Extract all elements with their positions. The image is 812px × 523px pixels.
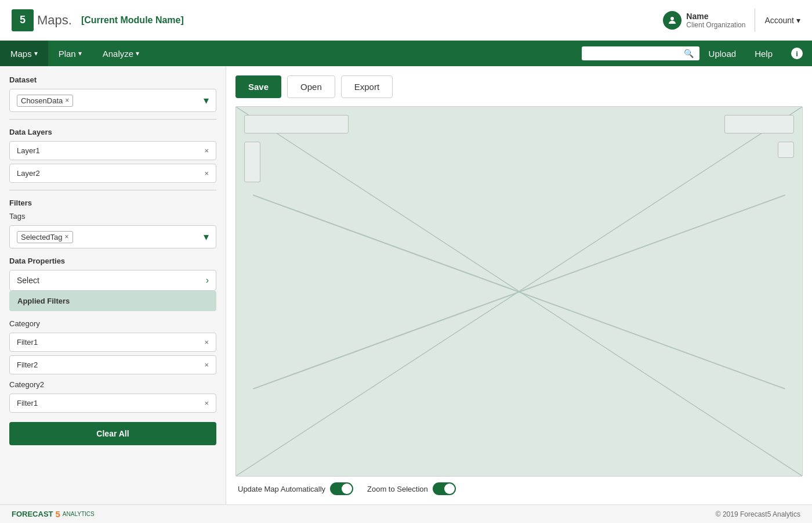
footer-logo: FORECAST 5 ANALYTICS [12,509,95,519]
data-properties-placeholder: Select [17,276,39,285]
cat1-filter2-name: Filter2 [17,360,38,369]
divider-2 [9,190,216,190]
user-name: Name [686,12,745,21]
map-toolbar: Save Open Export [235,75,803,98]
nav-plan-label: Plan [59,49,76,59]
nav-search-container: 🔍 [582,46,699,60]
layer-1-name: Layer1 [17,146,40,155]
save-button[interactable]: Save [235,75,281,98]
applied-filters-label: Applied Filters [17,297,70,305]
nav-items: Maps ▾ Plan ▾ Analyze ▾ [0,41,150,66]
upload-button[interactable]: Upload [699,41,746,66]
dataset-dropdown[interactable]: ChosenData × ▾ [9,89,216,112]
tags-label: Tags [9,212,216,221]
dataset-dropdown-icon: ▾ [204,94,209,107]
map-top-right-control[interactable] [724,115,794,134]
cat2-filter1-remove[interactable]: × [204,399,209,407]
footer-brand-f: FORECAST [12,510,53,518]
info-icon: i [791,48,803,59]
category2-label: Category2 [9,380,216,389]
help-label: Help [755,49,773,59]
export-button[interactable]: Export [341,75,393,98]
layer-item-1: Layer1 × [9,141,216,160]
selected-tag-remove[interactable]: × [65,233,69,241]
filters-label: Filters [9,199,216,207]
update-map-toggle-group: Update Map Automatically [238,482,353,495]
map-top-controls [244,115,794,134]
map-bottom-bar: Update Map Automatically Zoom to Selecti… [235,477,803,495]
user-details: Name Client Organization [686,12,745,29]
layer-2-remove[interactable]: × [204,169,209,178]
plan-dropdown-icon: ▾ [78,49,82,57]
module-name: [Current Module Name] [81,15,184,26]
clear-all-button[interactable]: Clear All [9,422,216,445]
sidebar: Dataset ChosenData × ▾ Data Layers Layer… [0,66,226,504]
cat1-filter1-remove[interactable]: × [204,338,209,347]
main-layout: Dataset ChosenData × ▾ Data Layers Layer… [0,66,812,504]
analyze-dropdown-icon: ▾ [136,49,139,57]
data-properties-select[interactable]: Select › [9,270,216,291]
help-button[interactable]: Help [745,41,782,66]
footer-copyright: © 2019 Forecast5 Analytics [716,510,800,518]
divider-1 [9,119,216,120]
avatar [663,11,682,30]
logo-icon: 5 [12,9,34,31]
nav-actions: Upload Help i [699,41,812,66]
selected-tag: SelectedTag × [17,231,73,243]
nav-item-plan[interactable]: Plan ▾ [48,41,92,66]
nav-item-maps[interactable]: Maps ▾ [0,41,48,66]
update-map-toggle-knob [342,484,352,494]
layer-2-name: Layer2 [17,169,40,178]
cat1-filter1-name: Filter1 [17,338,38,347]
dataset-label: Dataset [9,75,216,84]
dataset-tag-remove[interactable]: × [65,96,69,104]
footer: FORECAST 5 ANALYTICS © 2019 Forecast5 An… [0,504,812,523]
data-layers-label: Data Layers [9,128,216,136]
map-search-box[interactable] [244,115,349,134]
nav-item-analyze[interactable]: Analyze ▾ [92,41,150,66]
header: 5 Maps. [Current Module Name] Name Clien… [0,0,812,41]
nav-maps-label: Maps [10,49,32,59]
update-map-toggle[interactable] [330,482,353,495]
zoom-toggle-group: Zoom to Selection [367,482,456,495]
footer-brand-analytics: ANALYTICS [63,511,95,517]
category1-filter-1: Filter1 × [9,333,216,352]
upload-label: Upload [709,49,737,59]
map-area: Save Open Export Update Map Automaticall… [226,66,812,504]
logo-letter: 5 [20,14,26,26]
header-divider [755,9,755,32]
layer-1-remove[interactable]: × [204,146,209,155]
map-right-control[interactable] [778,142,794,158]
category1-filter-2: Filter2 × [9,355,216,374]
search-icon[interactable]: 🔍 [684,49,694,58]
maps-dropdown-icon: ▾ [34,49,38,57]
account-chevron-icon: ▾ [796,16,800,25]
layer-item-2: Layer2 × [9,164,216,183]
nav-analyze-label: Analyze [103,49,133,59]
category2-filter-1: Filter1 × [9,394,216,413]
category1-label: Category [9,319,216,328]
tags-dropdown-icon: ▾ [204,230,209,243]
logo: 5 Maps. [12,9,72,31]
logo-text: Maps. [37,13,72,28]
user-org: Client Organization [686,21,745,29]
dataset-tag: ChosenData × [17,95,73,107]
selected-tag-label: SelectedTag [21,233,63,241]
zoom-toggle-knob [444,484,455,494]
footer-brand-5: 5 [56,509,60,519]
map-left-control[interactable] [244,142,260,182]
applied-filters-header: Applied Filters [9,291,216,311]
map-canvas [235,106,803,477]
tags-dropdown[interactable]: SelectedTag × ▾ [9,225,216,248]
info-button[interactable]: i [782,41,812,66]
update-map-label: Update Map Automatically [238,485,325,493]
account-button[interactable]: Account ▾ [764,16,800,25]
user-info: Name Client Organization [663,11,745,30]
zoom-label: Zoom to Selection [367,485,428,493]
cat1-filter2-remove[interactable]: × [204,360,209,369]
search-input[interactable] [588,49,680,58]
open-button[interactable]: Open [287,75,335,98]
data-properties-chevron-icon: › [206,275,209,286]
map-placeholder-lines [236,107,802,476]
zoom-toggle[interactable] [433,482,456,495]
